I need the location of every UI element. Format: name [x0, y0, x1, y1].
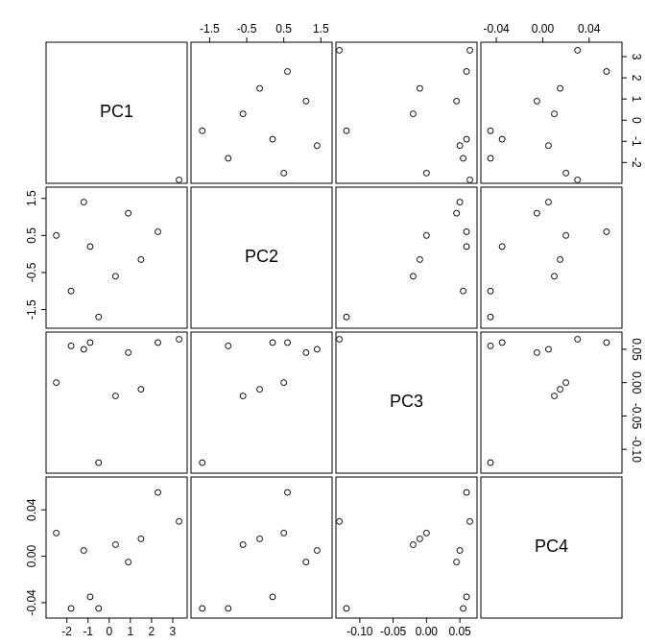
- tick-label: -0.10: [630, 436, 643, 463]
- tick-label: 0.5: [275, 22, 292, 36]
- tick-label: 0.00: [532, 22, 555, 36]
- tick-label: -2: [630, 157, 643, 168]
- tick-label: -0.04: [483, 22, 510, 36]
- tick-label: -0.04: [25, 589, 38, 616]
- tick-label: 1.5: [313, 22, 329, 36]
- tick-label: 3: [170, 625, 177, 638]
- tick-label: 2: [630, 75, 643, 82]
- tick-label: 0.00: [25, 545, 38, 568]
- tick-label: -1.5: [200, 22, 220, 36]
- tick-label: 1: [630, 96, 643, 103]
- tick-label: -0.5: [25, 262, 38, 282]
- tick-label: -0.5: [237, 22, 257, 36]
- tick-label: 0.04: [578, 22, 601, 36]
- tick-label: -0.10: [346, 625, 373, 638]
- tick-label: 0: [106, 625, 112, 638]
- tick-label: 0.05: [448, 625, 471, 638]
- tick-label: 0: [630, 117, 643, 124]
- tick-label: -0.05: [380, 625, 407, 638]
- tick-label: 0.05: [630, 338, 643, 361]
- tick-label: -1: [83, 625, 93, 638]
- tick-label: 3: [630, 54, 643, 60]
- tick-label: 0.5: [25, 227, 38, 244]
- scatterplot-matrix: PC1PC2PC3PC4-2-10123-1.5-0.50.51.5-0.10-…: [0, 0, 645, 644]
- diag-label-PC2: PC2: [245, 247, 278, 266]
- tick-label: 1: [127, 625, 133, 638]
- diag-label-PC3: PC3: [390, 392, 423, 411]
- tick-label: -1: [630, 136, 643, 147]
- tick-label: -0.05: [630, 403, 643, 430]
- diag-label-PC4: PC4: [535, 537, 568, 556]
- tick-label: 0.00: [630, 371, 643, 394]
- tick-label: -1.5: [25, 299, 38, 320]
- tick-label: 1.5: [25, 190, 38, 206]
- tick-label: -2: [61, 625, 72, 638]
- tick-label: 0.00: [416, 625, 439, 638]
- diag-label-PC1: PC1: [100, 102, 133, 121]
- tick-label: 2: [149, 625, 155, 638]
- tick-label: 0.04: [25, 498, 38, 521]
